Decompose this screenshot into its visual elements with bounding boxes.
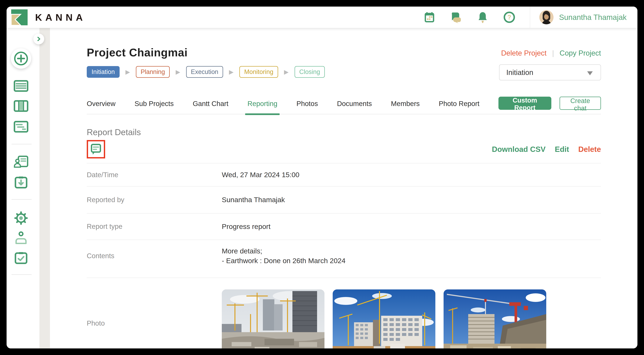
sidebar-divider	[12, 199, 32, 200]
phase-badge-planning: Planning	[136, 66, 170, 78]
board-columns-icon[interactable]	[14, 99, 28, 113]
phase-arrow-icon: ▶	[176, 69, 180, 76]
table-row-contents: Contents More details; - Earthwork : Don…	[87, 240, 601, 278]
app-window: KANNA	[6, 7, 638, 348]
report-actions: Download CSV Edit Delete	[492, 145, 601, 154]
photo-strip	[222, 289, 546, 348]
tab-photos[interactable]: Photos	[296, 90, 318, 114]
phase-select-value: Initiation	[506, 68, 533, 77]
settings-gear-icon[interactable]	[14, 211, 28, 225]
chevron-down-icon	[587, 71, 593, 75]
custom-report-button[interactable]: Custom Report	[498, 97, 551, 110]
delete-report-link[interactable]: Delete	[578, 145, 601, 154]
photo-thumbnail-1[interactable]	[222, 289, 324, 348]
phase-badge-initiation: Initiation	[87, 66, 120, 78]
field-label: Photo	[87, 319, 222, 327]
tab-bar: Overview Sub Projects Gantt Chart Report…	[87, 90, 601, 114]
report-card-icon[interactable]	[14, 120, 28, 134]
top-header: KANNA	[6, 7, 638, 28]
report-details-table: Date/Time Wed, 27 Mar 2024 15:00 Reporte…	[87, 163, 601, 348]
chat-icon[interactable]	[450, 11, 462, 23]
project-actions: Delete Project | Copy Project	[501, 46, 601, 57]
photo-thumbnail-2[interactable]	[333, 289, 435, 348]
create-chat-button[interactable]: Create chat	[560, 97, 601, 110]
phase-arrow-icon: ▶	[229, 69, 234, 76]
calendar-icon[interactable]	[423, 11, 436, 23]
table-row-report-type: Report type Progress report	[87, 213, 601, 240]
field-value: More details; - Earthwork : Done on 26th…	[222, 246, 346, 266]
add-project-button[interactable]	[11, 48, 31, 69]
tab-sub-projects[interactable]: Sub Projects	[134, 90, 174, 114]
phase-badge-closing: Closing	[294, 66, 325, 78]
tab-documents[interactable]: Documents	[337, 90, 372, 114]
svg-text:?: ?	[508, 14, 511, 21]
photo-thumbnail-3[interactable]	[444, 289, 546, 348]
user-avatar[interactable]	[539, 10, 554, 24]
help-icon[interactable]: ?	[503, 11, 515, 23]
comment-annotation-box	[87, 140, 105, 158]
phase-arrow-icon: ▶	[284, 69, 289, 76]
field-value: Wed, 27 Mar 2024 15:00	[222, 170, 300, 180]
tab-overview[interactable]: Overview	[87, 90, 116, 114]
contents-line: - Earthwork : Done on 26th March 2024	[222, 256, 346, 266]
sidebar	[6, 28, 40, 348]
inbox-download-icon[interactable]	[14, 176, 28, 189]
account-person-icon[interactable]	[14, 231, 28, 245]
brand-name: KANNA	[35, 12, 86, 23]
field-value: Progress report	[222, 222, 270, 231]
field-value: Sunantha Thamajak	[222, 195, 285, 205]
field-label: Date/Time	[87, 171, 222, 179]
main-content: Project Chaingmai Delete Project | Copy …	[50, 28, 638, 348]
phase-arrow-icon: ▶	[126, 69, 130, 76]
tab-photo-report[interactable]: Photo Report	[439, 90, 480, 114]
kanna-logo-icon	[11, 9, 28, 25]
notification-bell-icon[interactable]	[476, 11, 489, 23]
download-csv-link[interactable]: Download CSV	[492, 145, 546, 154]
phase-badge-execution: Execution	[186, 66, 223, 78]
tab-members[interactable]: Members	[391, 90, 420, 114]
user-name[interactable]: Sunantha Thamajak	[559, 13, 626, 22]
comment-icon[interactable]	[90, 143, 102, 155]
table-row-photo: Photo	[87, 278, 601, 348]
tab-reporting[interactable]: Reporting	[248, 90, 277, 114]
phase-select-dropdown[interactable]: Initiation	[499, 65, 601, 80]
delete-project-link[interactable]: Delete Project	[501, 49, 546, 57]
header-divider	[530, 7, 530, 28]
sidebar-divider	[12, 274, 32, 275]
contents-line: More details;	[222, 246, 346, 256]
client-contacts-icon[interactable]	[14, 155, 28, 169]
header-actions: ? Sunantha Thamajak	[423, 7, 638, 28]
sidebar-divider	[12, 144, 32, 144]
field-label: Report type	[87, 223, 222, 230]
copy-project-link[interactable]: Copy Project	[560, 49, 601, 57]
sidebar-collapse-strip	[40, 28, 50, 348]
field-label: Reported by	[87, 196, 222, 204]
tab-gantt-chart[interactable]: Gantt Chart	[193, 90, 228, 114]
report-details-heading: Report Details	[87, 127, 601, 137]
project-list-icon[interactable]	[14, 79, 28, 93]
actions-separator: |	[552, 49, 554, 57]
page-title: Project Chaingmai	[87, 46, 188, 59]
plus-icon	[13, 51, 29, 66]
phase-badge-monitoring: Monitoring	[239, 66, 278, 78]
phase-stepper: Initiation ▶ Planning ▶ Execution ▶ Moni…	[87, 66, 325, 78]
tasks-clipboard-icon[interactable]	[14, 251, 28, 265]
table-row-datetime: Date/Time Wed, 27 Mar 2024 15:00	[87, 163, 601, 186]
chevron-right-icon	[36, 36, 42, 42]
sidebar-expand-button[interactable]	[33, 34, 44, 44]
edit-report-link[interactable]: Edit	[555, 145, 569, 154]
field-label: Contents	[87, 252, 222, 260]
table-row-reported-by: Reported by Sunantha Thamajak	[87, 186, 601, 213]
